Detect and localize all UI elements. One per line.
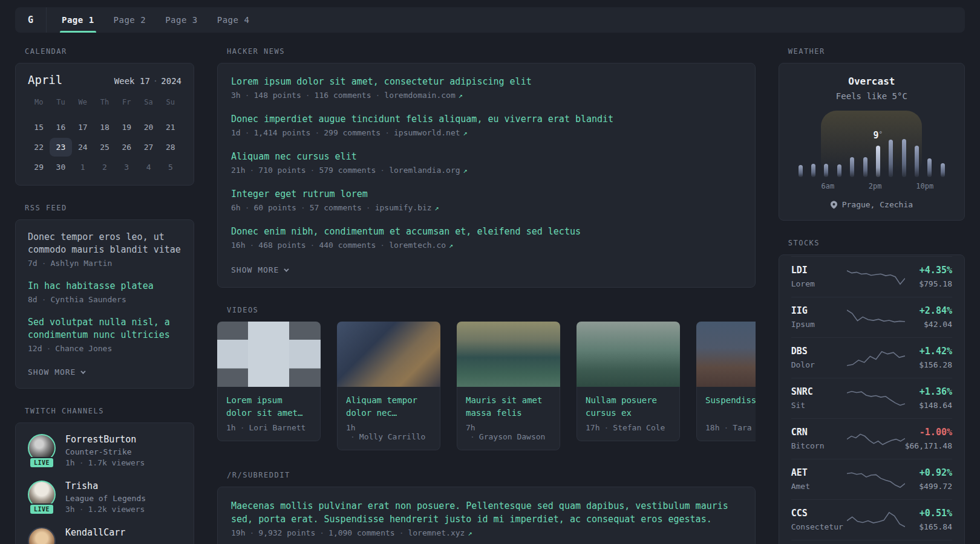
weather-label: WEATHER [779,47,965,56]
video-thumbnail [457,322,560,387]
weather-bar [811,164,815,177]
channel-info: Trisha League of Legends 3h 1.2k viewers [65,481,146,514]
channel-meta: 3h 1.2k viewers [65,505,146,514]
stock-name: Lorem [791,279,847,288]
right-column: WEATHER Overcast Feels like 5°C 9° 6am2p… [779,47,965,544]
rss-item-title[interactable]: Sed volutpat nulla nisl, a condimentum n… [28,316,181,342]
rss-card: Donec tempor eros leo, ut commodo mauris… [15,219,194,389]
story-domain[interactable]: ipsumworld.net↗ [381,128,468,137]
video-author: Molly Carrillo [346,432,425,441]
axis-slot [846,182,857,190]
story-domain[interactable]: loremtech.co↗ [376,241,453,250]
hackernews-show-more-button[interactable]: SHOW MORE [231,265,287,274]
app-logo[interactable]: G [15,7,47,33]
calendar-day: 19 [116,118,137,137]
story-comments[interactable]: 440 comments [306,241,376,250]
calendar-weekday-row: MoTuWeThFrSaSu [28,95,181,109]
stock-change: -1.00% [905,427,952,438]
stock-row[interactable]: SNRC Sit +1.36% $148.64 [791,378,952,418]
video-title[interactable]: Nullam posuere cursus ex [586,394,671,419]
rss-show-more-button[interactable]: SHOW MORE [28,368,84,377]
channel-meta [65,540,125,544]
channel-meta: 1h 1.7k viewers [65,458,145,467]
hackernews-card: Lorem ipsum dolor sit amet, consectetur … [217,63,756,288]
rss-item-age: 12d [28,344,42,353]
rss-item-title[interactable]: In hac habitasse platea [28,280,181,293]
page-tab[interactable]: Page 3 [163,7,200,33]
story-comments[interactable]: 116 comments [301,91,371,100]
axis-slot [893,182,904,190]
video-title[interactable]: Mauris sit amet massa felis [466,394,551,419]
video-age: 17h [586,423,599,432]
story-title[interactable]: Integer eget rutrum lorem [231,188,742,201]
calendar-day: 4 [137,158,159,176]
stock-symbol: CRN [791,427,847,438]
weather-chart: 9° [796,121,947,177]
calendar-day: 18 [94,118,116,137]
video-title[interactable]: Lorem ipsum dolor sit amet consectetu… [226,394,312,419]
stock-row[interactable]: LDI Lorem +4.35% $795.18 [791,256,952,297]
stock-row[interactable]: IIG Ipsum +2.84% $42.04 [791,297,952,337]
stock-sparkline [847,509,905,531]
twitch-channel-row[interactable]: LIVE ForrestBurton Counter-Strike 1h 1.7… [28,434,181,467]
story-comments[interactable]: 57 comments [296,203,362,212]
rss-item-title[interactable]: Donec tempor eros leo, ut commodo mauris… [28,231,181,256]
calendar-day: 25 [94,138,116,157]
post-comments[interactable]: 1,090 comments [315,528,394,537]
video-age: 1h [346,423,356,432]
channel-uptime: 3h [65,505,75,514]
story-title[interactable]: Lorem ipsum dolor sit amet, consectetur … [231,76,742,88]
video-card[interactable]: Aliquam tempor dolor nec pharetra… 1h Mo… [337,322,440,450]
page-tab-label: Page 1 [62,15,94,25]
story-domain-text: loremdomain.com [384,91,455,100]
axis-slot: 2pm [869,182,882,190]
story-domain-text: loremlandia.org [389,166,460,175]
weekday-label: Fr [116,95,137,109]
story-comments[interactable]: 299 comments [310,128,381,137]
story-domain[interactable]: ipsumify.biz↗ [362,203,439,212]
stock-symbol: CCS [791,508,847,519]
stock-name: Ipsum [791,320,847,329]
story-title[interactable]: Donec enim nibh, condimentum et accumsan… [231,225,742,238]
live-badge: LIVE [29,504,54,515]
rss-item-meta: 8d Cynthia Saunders [28,295,181,304]
post-domain[interactable]: loremnet.xyz↗ [395,528,472,537]
stock-price: $165.84 [905,522,952,531]
video-card[interactable]: Lorem ipsum dolor sit amet consectetu… 1… [217,322,321,450]
twitch-channel-row[interactable]: LIVE Trisha League of Legends 3h 1.2k vi… [28,481,181,514]
stock-values: +0.51% $165.84 [905,508,952,531]
video-card[interactable]: Nullam posuere cursus ex 17h Stefan Cole [577,322,680,450]
page-tab[interactable]: Page 2 [112,7,148,33]
story-domain[interactable]: loremdomain.com↗ [371,91,463,100]
page-tab[interactable]: Page 4 [215,7,252,33]
stock-row[interactable]: CCS Consectetur +0.51% $165.84 [791,499,952,540]
weather-bar [850,157,854,177]
rss-section: RSS FEED Donec tempor eros leo, ut commo… [15,204,194,389]
subreddit-card: Maecenas mollis pulvinar erat non posuer… [217,487,756,544]
story-comments[interactable]: 579 comments [306,166,376,175]
twitch-channel-row[interactable]: KendallCarr [28,527,181,544]
video-card[interactable]: Mauris sit amet massa felis 7h Grayson D… [457,322,560,450]
story-title[interactable]: Aliquam nec cursus elit [231,151,742,163]
rss-items: Donec tempor eros leo, ut commodo mauris… [28,231,181,353]
story-age: 3h [231,91,241,100]
video-card[interactable]: Suspendisse diam 18h Tara [696,322,756,450]
story-title[interactable]: Donec imperdiet augue tincidunt felis al… [231,113,742,126]
show-more-label: SHOW MORE [231,265,279,274]
story-domain[interactable]: loremlandia.org↗ [376,166,467,175]
stock-row[interactable]: CRN Bitcorn -1.00% $66,171.48 [791,418,952,459]
video-title[interactable]: Suspendisse diam [705,394,756,419]
stock-row[interactable]: DBS Dolor +1.42% $156.28 [791,337,952,378]
hackernews-section: HACKER NEWS Lorem ipsum dolor sit amet, … [217,47,756,288]
stock-row[interactable]: AET Amet +0.92% $499.72 [791,459,952,499]
videos-label: VIDEOS [217,306,756,314]
calendar-week-year: Week 17·2024 [114,76,181,86]
stock-row[interactable]: AHS +0.46% [791,540,952,544]
subreddit-section: /R/SUBREDDIT Maecenas mollis pulvinar er… [217,471,756,544]
video-author: Tara [719,423,751,432]
page-tab[interactable]: Page 1 [60,7,96,33]
videos-carousel: Lorem ipsum dolor sit amet consectetu… 1… [217,322,756,450]
video-meta: 17h Stefan Cole [586,423,671,432]
video-title[interactable]: Aliquam tempor dolor nec pharetra… [346,394,431,419]
post-title[interactable]: Maecenas mollis pulvinar erat non posuer… [231,499,742,526]
